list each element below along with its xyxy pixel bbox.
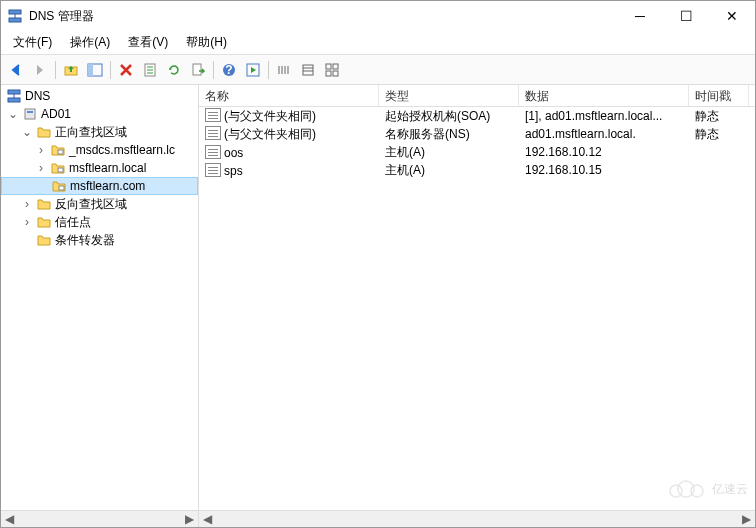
- col-ts[interactable]: 时间戳: [689, 85, 749, 106]
- tree-forward-zones[interactable]: ⌄ 正向查找区域: [1, 123, 198, 141]
- expand-icon[interactable]: ›: [21, 197, 33, 211]
- svg-text:?: ?: [225, 63, 232, 77]
- show-hide-tree-button[interactable]: [84, 59, 106, 81]
- bottom-scrollbars: ◀ ▶ ◀ ▶: [1, 510, 755, 527]
- zone-icon: [51, 178, 67, 194]
- back-button[interactable]: [5, 59, 27, 81]
- tree-label: DNS: [25, 89, 50, 103]
- tree-cond-forwarders[interactable]: 条件转发器: [1, 231, 198, 249]
- list-row[interactable]: (与父文件夹相同)起始授权机构(SOA)[1], ad01.msftlearn.…: [199, 107, 755, 125]
- close-button[interactable]: ✕: [709, 1, 755, 31]
- collapse-icon[interactable]: ⌄: [7, 107, 19, 121]
- export-button[interactable]: [187, 59, 209, 81]
- toolbar: ?: [1, 55, 755, 85]
- zone-icon: [50, 142, 66, 158]
- tree-label: 条件转发器: [55, 232, 115, 249]
- tree-label: msftlearn.local: [69, 161, 146, 175]
- col-type[interactable]: 类型: [379, 85, 519, 106]
- list3-button[interactable]: [321, 59, 343, 81]
- tree-label: msftlearn.com: [70, 179, 145, 193]
- svg-rect-23: [326, 71, 331, 76]
- tree-label: 信任点: [55, 214, 91, 231]
- expand-icon[interactable]: ›: [35, 143, 47, 157]
- tree-trust-points[interactable]: › 信任点: [1, 213, 198, 231]
- svg-rect-30: [58, 150, 63, 154]
- tree-zone-item-selected[interactable]: msftlearn.com: [1, 177, 198, 195]
- maximize-button[interactable]: ☐: [663, 1, 709, 31]
- list2-button[interactable]: [297, 59, 319, 81]
- dns-icon: [6, 88, 22, 104]
- record-icon: [205, 145, 221, 159]
- list-panel[interactable]: 名称 类型 数据 时间戳 (与父文件夹相同)起始授权机构(SOA)[1], ad…: [199, 85, 755, 510]
- menu-action[interactable]: 操作(A): [62, 32, 118, 53]
- tree-zone-item[interactable]: › _msdcs.msftlearn.lc: [1, 141, 198, 159]
- svg-rect-26: [8, 98, 20, 102]
- refresh-button[interactable]: [163, 59, 185, 81]
- record-icon: [205, 163, 221, 177]
- svg-rect-1: [9, 18, 21, 22]
- list1-button[interactable]: [273, 59, 295, 81]
- tree-root-dns[interactable]: DNS: [1, 87, 198, 105]
- window-title: DNS 管理器: [29, 8, 617, 25]
- tree-label: AD01: [41, 107, 71, 121]
- scroll-right-button[interactable]: ▶: [738, 511, 755, 528]
- app-icon: [7, 8, 23, 24]
- scroll-left-button[interactable]: ◀: [199, 511, 216, 528]
- record-icon: [205, 108, 221, 122]
- svg-rect-25: [8, 90, 20, 94]
- col-name[interactable]: 名称: [199, 85, 379, 106]
- collapse-icon[interactable]: ⌄: [21, 125, 33, 139]
- properties-button[interactable]: [139, 59, 161, 81]
- list-header: 名称 类型 数据 时间戳: [199, 85, 755, 107]
- scroll-track[interactable]: [18, 511, 181, 528]
- svg-rect-0: [9, 10, 21, 14]
- folder-icon: [36, 232, 52, 248]
- svg-rect-5: [88, 64, 93, 76]
- list-row[interactable]: oos主机(A)192.168.10.12: [199, 143, 755, 161]
- minimize-button[interactable]: ─: [617, 1, 663, 31]
- svg-rect-21: [326, 64, 331, 69]
- titlebar: DNS 管理器 ─ ☐ ✕: [1, 1, 755, 31]
- delete-button[interactable]: [115, 59, 137, 81]
- svg-rect-24: [333, 71, 338, 76]
- svg-rect-29: [27, 111, 33, 113]
- tree-zone-item[interactable]: › msftlearn.local: [1, 159, 198, 177]
- col-data[interactable]: 数据: [519, 85, 689, 106]
- menu-help[interactable]: 帮助(H): [178, 32, 235, 53]
- tree-reverse-zones[interactable]: › 反向查找区域: [1, 195, 198, 213]
- svg-rect-32: [59, 186, 64, 190]
- list-row[interactable]: (与父文件夹相同)名称服务器(NS)ad01.msftlearn.local.静…: [199, 125, 755, 143]
- menubar: 文件(F) 操作(A) 查看(V) 帮助(H): [1, 31, 755, 55]
- folder-icon: [36, 196, 52, 212]
- record-icon: [205, 126, 221, 140]
- tree-label: 反向查找区域: [55, 196, 127, 213]
- server-icon: [22, 106, 38, 122]
- zone-icon: [50, 160, 66, 176]
- tree-panel[interactable]: DNS ⌄ AD01 ⌄ 正向查找区域 › _msdcs.msftlearn.l…: [1, 85, 199, 510]
- forward-button[interactable]: [29, 59, 51, 81]
- scroll-right-button[interactable]: ▶: [181, 511, 198, 528]
- list-row[interactable]: sps主机(A)192.168.10.15: [199, 161, 755, 179]
- expand-icon[interactable]: ›: [35, 161, 47, 175]
- tree-label: 正向查找区域: [55, 124, 127, 141]
- action1-button[interactable]: [242, 59, 264, 81]
- svg-rect-10: [193, 64, 201, 75]
- folder-icon: [36, 214, 52, 230]
- tree-server[interactable]: ⌄ AD01: [1, 105, 198, 123]
- expand-icon[interactable]: ›: [21, 215, 33, 229]
- folder-icon: [36, 124, 52, 140]
- menu-file[interactable]: 文件(F): [5, 32, 60, 53]
- svg-rect-31: [58, 168, 63, 172]
- svg-rect-22: [333, 64, 338, 69]
- scroll-track[interactable]: [216, 511, 738, 528]
- svg-rect-18: [303, 65, 313, 75]
- svg-rect-28: [25, 109, 35, 119]
- up-button[interactable]: [60, 59, 82, 81]
- help-button[interactable]: ?: [218, 59, 240, 81]
- scroll-left-button[interactable]: ◀: [1, 511, 18, 528]
- tree-label: _msdcs.msftlearn.lc: [69, 143, 175, 157]
- menu-view[interactable]: 查看(V): [120, 32, 176, 53]
